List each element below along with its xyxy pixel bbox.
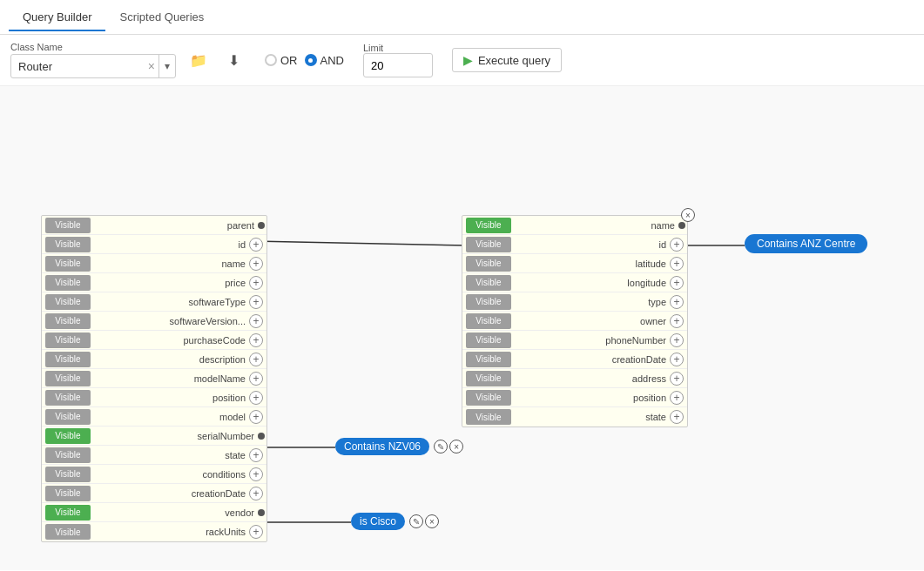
add-field-button[interactable]: + — [249, 333, 263, 347]
folder-button[interactable]: 📁 — [186, 48, 211, 72]
visible-badge[interactable]: Visible — [45, 256, 91, 272]
download-button[interactable]: ⬇ — [221, 48, 246, 72]
controls-bar: Class Name Router × ▾ 📁 ⬇ OR AND Limit ▶… — [0, 35, 924, 86]
add-field-button[interactable]: + — [670, 372, 684, 386]
table-row: Visible owner + — [462, 312, 687, 331]
visible-badge[interactable]: Visible — [45, 486, 91, 501]
table-row: Visible id + — [462, 235, 687, 254]
add-field-button[interactable]: + — [670, 333, 684, 347]
visible-badge[interactable]: Visible — [45, 409, 91, 425]
table-row: Visible price + — [42, 273, 266, 292]
table-row: Visible purchaseCode + — [42, 331, 266, 350]
table-row: Visible creationDate + — [462, 350, 687, 369]
visible-badge[interactable]: Visible — [45, 524, 91, 540]
add-field-button[interactable]: + — [249, 525, 263, 539]
limit-label: Limit — [363, 43, 433, 53]
add-field-button[interactable]: + — [670, 391, 684, 405]
visible-badge[interactable]: Visible — [466, 390, 511, 406]
add-field-button[interactable]: + — [670, 295, 684, 309]
field-name: latitude — [515, 259, 670, 269]
visible-badge[interactable]: Visible — [466, 409, 511, 425]
visible-badge-active[interactable]: Visible — [45, 428, 91, 444]
visible-badge[interactable]: Visible — [45, 352, 91, 367]
class-name-value: Router — [11, 60, 145, 73]
field-name: model — [94, 412, 249, 422]
query-canvas: Visible parent Visible id + Visible name… — [0, 86, 924, 570]
field-name: name — [515, 220, 678, 231]
add-field-button[interactable]: + — [249, 276, 263, 290]
field-name: price — [94, 278, 249, 288]
table-row: Visible state + — [42, 446, 266, 465]
add-field-button[interactable]: + — [249, 238, 263, 252]
execute-query-button[interactable]: ▶ Execute query — [452, 48, 562, 72]
or-radio-label[interactable]: OR — [265, 54, 298, 67]
field-name: address — [515, 373, 670, 384]
add-field-button[interactable]: + — [249, 257, 263, 271]
visible-badge[interactable]: Visible — [466, 294, 511, 310]
visible-badge[interactable]: Visible — [466, 333, 511, 348]
serial-number-filter-pill[interactable]: Contains NZV06 — [335, 438, 429, 455]
add-field-button[interactable]: + — [670, 276, 684, 290]
table-row: Visible serialNumber — [42, 427, 266, 446]
field-name: position — [94, 393, 249, 403]
add-field-button[interactable]: + — [249, 448, 263, 462]
and-radio-label[interactable]: AND — [305, 54, 344, 67]
visible-badge[interactable]: Visible — [466, 313, 511, 329]
visible-badge[interactable]: Visible — [466, 256, 511, 272]
add-field-button[interactable]: + — [249, 353, 263, 366]
add-field-button[interactable]: + — [249, 410, 263, 424]
vendor-filter-close-button[interactable]: × — [425, 514, 439, 528]
tab-query-builder[interactable]: Query Builder — [9, 3, 105, 30]
add-field-button[interactable]: + — [670, 257, 684, 271]
table-row: Visible softwareVersion... + — [42, 312, 266, 331]
visible-badge[interactable]: Visible — [466, 237, 511, 252]
visible-badge[interactable]: Visible — [466, 371, 511, 386]
class-name-group: Class Name Router × ▾ — [10, 42, 176, 78]
field-name: rackUnits — [94, 527, 249, 537]
tab-scripted-queries[interactable]: Scripted Queries — [105, 3, 218, 30]
class-name-dropdown-button[interactable]: ▾ — [158, 55, 175, 77]
table-row: Visible softwareType + — [42, 292, 266, 312]
table-row: Visible name — [462, 216, 687, 235]
visible-badge[interactable]: Visible — [466, 352, 511, 367]
right-table-card: Visible name Visible id + Visible latitu… — [462, 215, 688, 427]
left-table-card: Visible parent Visible id + Visible name… — [41, 215, 267, 542]
add-field-button[interactable]: + — [249, 467, 263, 481]
visible-badge-active[interactable]: Visible — [466, 218, 511, 233]
add-field-button[interactable]: + — [249, 391, 263, 405]
clear-class-button[interactable]: × — [145, 59, 158, 73]
visible-badge[interactable]: Visible — [45, 333, 91, 348]
vendor-filter-pill[interactable]: is Cisco — [351, 513, 405, 530]
add-field-button[interactable]: + — [249, 372, 263, 386]
field-name: modelName — [94, 373, 249, 384]
visible-badge[interactable]: Visible — [45, 447, 91, 463]
visible-badge-active[interactable]: Visible — [45, 505, 91, 521]
add-field-button[interactable]: + — [670, 238, 684, 252]
add-field-button[interactable]: + — [249, 314, 263, 328]
visible-badge[interactable]: Visible — [466, 275, 511, 291]
table-row: Visible phoneNumber + — [462, 331, 687, 350]
add-field-button[interactable]: + — [249, 295, 263, 309]
field-name: serialNumber — [94, 431, 258, 441]
field-name: longitude — [515, 278, 670, 288]
visible-badge[interactable]: Visible — [45, 390, 91, 406]
add-field-button[interactable]: + — [670, 410, 684, 424]
serial-number-filter-close-button[interactable]: × — [449, 440, 463, 453]
vendor-filter-edit-button[interactable]: ✎ — [409, 514, 423, 528]
right-table-close-button[interactable]: × — [681, 208, 695, 222]
add-field-button[interactable]: + — [249, 487, 263, 500]
connector-dot — [678, 222, 685, 229]
visible-badge[interactable]: Visible — [45, 313, 91, 329]
visible-badge[interactable]: Visible — [45, 467, 91, 482]
add-field-button[interactable]: + — [670, 314, 684, 328]
visible-badge[interactable]: Visible — [45, 218, 91, 233]
visible-badge[interactable]: Visible — [45, 237, 91, 252]
visible-badge[interactable]: Visible — [45, 371, 91, 386]
visible-badge[interactable]: Visible — [45, 294, 91, 310]
visible-badge[interactable]: Visible — [45, 275, 91, 291]
limit-input[interactable] — [363, 53, 433, 77]
table-row: Visible address + — [462, 369, 687, 388]
name-filter-pill[interactable]: Contains ANZ Centre — [745, 234, 867, 253]
add-field-button[interactable]: + — [670, 353, 684, 366]
serial-number-filter-edit-button[interactable]: ✎ — [434, 440, 448, 453]
